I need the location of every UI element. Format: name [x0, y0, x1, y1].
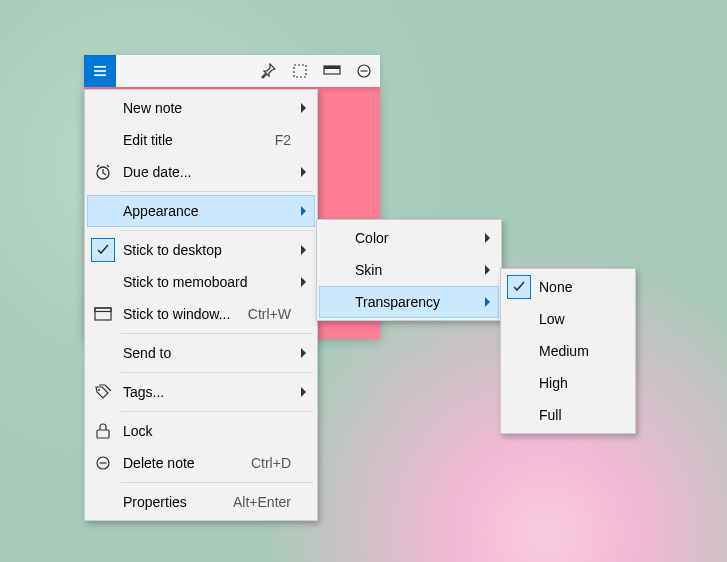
blank-icon [507, 307, 531, 331]
svg-rect-2 [94, 74, 106, 76]
context-menu: New note Edit title F2 Due date... Appea… [84, 89, 318, 521]
hamburger-icon [92, 63, 108, 79]
svg-rect-12 [97, 430, 109, 438]
chevron-right-icon [483, 297, 493, 307]
blank-icon [91, 96, 115, 120]
pin-icon [260, 63, 276, 79]
menu-item-label: Stick to desktop [123, 242, 299, 258]
menu-item-label: Lock [123, 423, 299, 439]
transparency-high[interactable]: High [503, 367, 633, 399]
menu-item-edit-title[interactable]: Edit title F2 [87, 124, 315, 156]
menu-button[interactable] [84, 55, 116, 87]
menu-item-accel: Ctrl+D [251, 455, 291, 471]
menu-separator [121, 230, 313, 231]
menu-item-label: Send to [123, 345, 299, 361]
menu-item-accel: Alt+Enter [233, 494, 291, 510]
menu-separator [121, 411, 313, 412]
minimize-button[interactable] [348, 55, 380, 87]
pin-button[interactable] [252, 55, 284, 87]
menu-item-label: Tags... [123, 384, 299, 400]
transparency-none[interactable]: None [503, 271, 633, 303]
menu-item-label: Low [539, 311, 627, 327]
note-toolbar [84, 55, 380, 87]
blank-icon [507, 371, 531, 395]
svg-point-11 [98, 389, 100, 391]
check-icon [91, 238, 115, 262]
menu-item-label: Edit title [123, 132, 259, 148]
chevron-right-icon [299, 167, 309, 177]
blank-icon [91, 490, 115, 514]
menu-item-label: Skin [355, 262, 483, 278]
tags-icon [91, 380, 115, 404]
menu-item-label: Stick to memoboard [123, 274, 299, 290]
menu-item-label: Stick to window... [123, 306, 232, 322]
chevron-right-icon [299, 103, 309, 113]
menu-item-label: Medium [539, 343, 627, 359]
chevron-right-icon [299, 206, 309, 216]
transparency-medium[interactable]: Medium [503, 335, 633, 367]
submenu-transparency: None Low Medium High Full [500, 268, 636, 434]
transparency-full[interactable]: Full [503, 399, 633, 431]
window-icon [323, 65, 341, 77]
svg-rect-10 [95, 308, 111, 312]
blank-icon [323, 226, 347, 250]
menu-item-stick-window[interactable]: Stick to window... Ctrl+W [87, 298, 315, 330]
menu-separator [121, 333, 313, 334]
blank-icon [91, 270, 115, 294]
blank-icon [507, 339, 531, 363]
menu-item-new-note[interactable]: New note [87, 92, 315, 124]
menu-item-tags[interactable]: Tags... [87, 376, 315, 408]
blank-icon [91, 199, 115, 223]
selection-icon [292, 63, 308, 79]
menu-item-send-to[interactable]: Send to [87, 337, 315, 369]
menu-item-stick-desktop[interactable]: Stick to desktop [87, 234, 315, 266]
svg-rect-14 [100, 462, 107, 463]
menu-item-stick-memoboard[interactable]: Stick to memoboard [87, 266, 315, 298]
submenu-item-transparency[interactable]: Transparency [319, 286, 499, 318]
menu-item-label: Color [355, 230, 483, 246]
blank-icon [507, 403, 531, 427]
blank-icon [323, 290, 347, 314]
menu-item-label: Properties [123, 494, 217, 510]
menu-item-appearance[interactable]: Appearance [87, 195, 315, 227]
menu-item-label: New note [123, 100, 299, 116]
check-icon [507, 275, 531, 299]
menu-item-label: Full [539, 407, 627, 423]
selection-button[interactable] [284, 55, 316, 87]
chevron-right-icon [483, 265, 493, 275]
window-toggle-button[interactable] [316, 55, 348, 87]
chevron-right-icon [299, 277, 309, 287]
window-icon [91, 302, 115, 326]
minimize-circle-icon [356, 63, 372, 79]
minus-circle-icon [91, 451, 115, 475]
transparency-low[interactable]: Low [503, 303, 633, 335]
menu-item-accel: F2 [275, 132, 291, 148]
menu-item-delete[interactable]: Delete note Ctrl+D [87, 447, 315, 479]
menu-separator [121, 372, 313, 373]
menu-item-due-date[interactable]: Due date... [87, 156, 315, 188]
menu-item-label: High [539, 375, 627, 391]
menu-item-label: Due date... [123, 164, 299, 180]
alarm-icon [91, 160, 115, 184]
chevron-right-icon [483, 233, 493, 243]
menu-item-label: None [539, 279, 627, 295]
blank-icon [91, 128, 115, 152]
submenu-item-skin[interactable]: Skin [319, 254, 499, 286]
chevron-right-icon [299, 348, 309, 358]
svg-rect-0 [94, 66, 106, 68]
submenu-appearance: Color Skin Transparency [316, 219, 502, 321]
menu-item-properties[interactable]: Properties Alt+Enter [87, 486, 315, 518]
svg-rect-1 [94, 70, 106, 72]
lock-icon [91, 419, 115, 443]
blank-icon [323, 258, 347, 282]
svg-rect-7 [361, 70, 368, 71]
menu-item-label: Delete note [123, 455, 235, 471]
chevron-right-icon [299, 245, 309, 255]
submenu-item-color[interactable]: Color [319, 222, 499, 254]
menu-item-accel: Ctrl+W [248, 306, 291, 322]
menu-separator [121, 191, 313, 192]
menu-separator [121, 482, 313, 483]
menu-item-lock[interactable]: Lock [87, 415, 315, 447]
menu-item-label: Appearance [123, 203, 299, 219]
svg-rect-9 [95, 308, 111, 320]
